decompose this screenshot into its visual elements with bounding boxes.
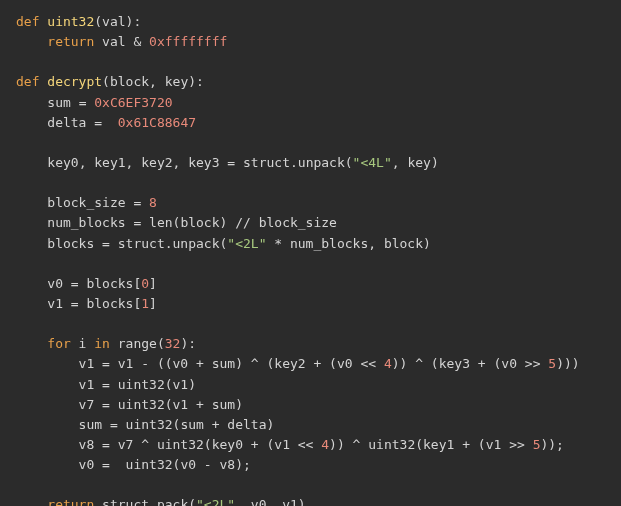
token-id [470, 437, 478, 452]
token-op: ): [126, 14, 142, 29]
token-op: ( [165, 377, 173, 392]
code-line: v8 = v7 ^ uint32(key0 + (v1 << 4)) ^ uin… [16, 437, 564, 452]
token-kw: return [47, 497, 94, 506]
token-id: block_size [259, 215, 337, 230]
token-id [16, 34, 47, 49]
code-line: sum = 0xC6EF3720 [16, 95, 173, 110]
token-op: = [71, 296, 79, 311]
token-id: num_blocks [282, 236, 368, 251]
token-id: pack [157, 497, 188, 506]
token-str: "<2L" [196, 497, 235, 506]
token-op: , [79, 155, 95, 170]
token-id: block_size [16, 195, 133, 210]
token-op: , [173, 155, 189, 170]
token-op: ] [149, 276, 157, 291]
token-num: 4 [384, 356, 392, 371]
token-id: v1 [486, 437, 509, 452]
token-id: uint32 [110, 457, 173, 472]
token-op: ) [266, 417, 274, 432]
token-op: (( [157, 356, 173, 371]
token-id: val [102, 14, 125, 29]
token-op: ( [188, 497, 196, 506]
token-id [525, 437, 533, 452]
token-id: sum [16, 95, 79, 110]
token-id: v0 [501, 356, 524, 371]
code-line: blocks = struct.unpack("<2L" * num_block… [16, 236, 431, 251]
token-op: , [235, 497, 251, 506]
token-op: = [102, 377, 110, 392]
token-op: ( [204, 437, 212, 452]
token-id: block [110, 74, 149, 89]
token-op: ( [415, 437, 423, 452]
token-op: ) [235, 397, 243, 412]
token-op: ( [165, 397, 173, 412]
token-fn: uint32 [47, 14, 94, 29]
token-id [16, 497, 47, 506]
token-id: v1 [16, 296, 71, 311]
token-id [321, 356, 329, 371]
token-id: struct [110, 236, 165, 251]
token-id: block [384, 236, 423, 251]
token-op: . [149, 497, 157, 506]
token-op: )) ^ ( [392, 356, 439, 371]
code-line: v1 = blocks[1] [16, 296, 157, 311]
token-op: = [102, 437, 110, 452]
token-op: + [251, 437, 259, 452]
code-line: sum = uint32(sum + delta) [16, 417, 274, 432]
token-fn: decrypt [47, 74, 102, 89]
token-op: ) // [220, 215, 259, 230]
token-id: sum [180, 417, 211, 432]
token-num: 5 [548, 356, 556, 371]
token-id: v0 [251, 497, 267, 506]
token-op: = [110, 417, 118, 432]
code-block: def uint32(val): return val & 0xffffffff… [16, 12, 605, 506]
token-id: key0 [212, 437, 251, 452]
token-id: v1 [274, 437, 297, 452]
token-id: sum [16, 417, 110, 432]
token-kw: def [16, 14, 39, 29]
token-kw: for [47, 336, 70, 351]
token-id: v0 [16, 457, 102, 472]
token-id: blocks [79, 276, 134, 291]
token-num: 4 [321, 437, 329, 452]
token-op: ( [345, 155, 353, 170]
token-num: 1 [141, 296, 149, 311]
token-op: ( [329, 356, 337, 371]
token-op: * [274, 236, 282, 251]
token-id [486, 356, 494, 371]
token-num: 0x61C88647 [118, 115, 196, 130]
token-id: v0 [180, 457, 203, 472]
token-op: = [102, 457, 110, 472]
token-id: delta [220, 417, 267, 432]
code-line: return struct.pack("<2L", v0, v1) [16, 497, 306, 506]
token-id [141, 195, 149, 210]
token-num: 0xffffffff [149, 34, 227, 49]
token-id: key2 [274, 356, 313, 371]
code-line: v7 = uint32(v1 + sum) [16, 397, 243, 412]
token-id: key1 [423, 437, 462, 452]
token-op: + [462, 437, 470, 452]
token-op: )) ^ [329, 437, 368, 452]
token-id: v1 [173, 377, 189, 392]
token-id [376, 356, 384, 371]
code-line: v0 = blocks[0] [16, 276, 157, 291]
token-num: 0 [141, 276, 149, 291]
token-id [141, 34, 149, 49]
token-id: range [110, 336, 157, 351]
token-kw: def [16, 74, 39, 89]
token-op: + [196, 397, 204, 412]
token-op: , [149, 74, 165, 89]
token-id: key3 [439, 356, 478, 371]
token-id: struct [235, 155, 290, 170]
token-id: uint32 [118, 417, 173, 432]
token-op: ) [423, 236, 431, 251]
token-op: ) [298, 497, 306, 506]
token-id: key3 [188, 155, 227, 170]
code-line: v1 = v1 - ((v0 + sum) ^ (key2 + (v0 << 4… [16, 356, 580, 371]
token-op: )); [540, 437, 563, 452]
token-kw: in [94, 336, 110, 351]
token-op: + [196, 356, 204, 371]
token-id: uint32 [149, 437, 204, 452]
token-id: v1 [173, 397, 196, 412]
token-op: << [360, 356, 376, 371]
